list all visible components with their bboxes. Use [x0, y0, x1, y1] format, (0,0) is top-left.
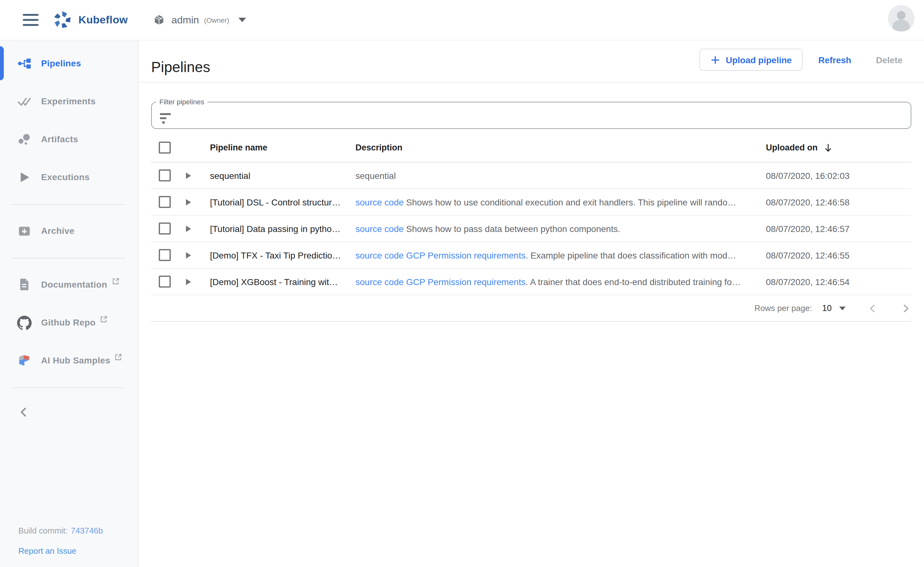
- app-window: Kubeflow admin (Owner): [0, 0, 924, 567]
- row-checkbox[interactable]: [159, 276, 171, 288]
- namespace-selector[interactable]: admin (Owner): [153, 14, 246, 26]
- expand-row-icon[interactable]: [186, 279, 191, 285]
- table-row[interactable]: [Tutorial] DSL - Control structur… sourc…: [151, 189, 911, 216]
- sidebar-item-archive[interactable]: Archive: [0, 212, 138, 250]
- kubeflow-logo[interactable]: Kubeflow: [52, 9, 128, 30]
- sidebar-item-label: Archive: [41, 226, 75, 236]
- table-row[interactable]: [Tutorial] Data passing in pytho… source…: [151, 216, 911, 242]
- page-title: Pipelines: [151, 59, 210, 76]
- sidebar-item-artifacts[interactable]: Artifacts: [0, 120, 138, 158]
- dropdown-caret-icon[interactable]: [839, 306, 846, 310]
- gcp-permission-requirements-link[interactable]: GCP Permission requirements: [404, 276, 526, 286]
- pipeline-description: sequential: [355, 170, 766, 180]
- pipeline-description: source code GCP Permission requirements.…: [355, 250, 766, 260]
- sidebar-item-experiments[interactable]: Experiments: [0, 82, 138, 120]
- sidebar-item-executions[interactable]: Executions: [0, 158, 138, 196]
- sidebar-divider: [12, 204, 125, 205]
- filter-list-icon: [160, 112, 172, 127]
- pipeline-name-link[interactable]: [Tutorial] DSL - Control structur…: [200, 197, 355, 207]
- uploaded-date: 08/07/2020, 12:46:54: [766, 276, 911, 286]
- sort-descending-icon: [823, 142, 833, 152]
- upload-pipeline-label: Upload pipeline: [726, 55, 792, 65]
- sidebar-item-label: Executions: [41, 172, 90, 182]
- prev-page-icon: [867, 303, 879, 314]
- gcp-permission-requirements-link[interactable]: GCP Permission requirements: [404, 250, 526, 260]
- pipeline-name-link[interactable]: sequential: [200, 170, 355, 180]
- pipeline-name-link[interactable]: [Tutorial] Data passing in pytho…: [200, 224, 355, 234]
- table-header-row: Pipeline name Description Uploaded on: [151, 133, 911, 162]
- sidebar-item-label: Pipelines: [41, 58, 81, 68]
- main-content: Pipelines Upload pipeline Refresh Delete: [138, 40, 924, 567]
- active-indicator: [0, 46, 4, 80]
- uploaded-date: 08/07/2020, 12:46:57: [766, 224, 911, 234]
- pipeline-description: source code Shows how to pass data betwe…: [355, 224, 766, 234]
- sidebar-item-pipelines[interactable]: Pipelines: [0, 44, 138, 82]
- next-page-icon[interactable]: [900, 303, 911, 314]
- table-row[interactable]: [Demo] XGBoost - Training wit… source co…: [151, 268, 911, 295]
- column-header-description: Description: [355, 142, 766, 152]
- row-checkbox[interactable]: [159, 170, 171, 182]
- sidebar-item-ai-hub-samples[interactable]: AI Hub Samples: [0, 341, 138, 379]
- external-link-icon: [112, 276, 119, 288]
- sidebar-item-label: Github Repo: [41, 317, 96, 327]
- namespace-package-icon: [153, 14, 165, 26]
- namespace-role: (Owner): [204, 16, 229, 24]
- delete-button: Delete: [867, 49, 911, 71]
- uploaded-date: 08/07/2020, 16:02:03: [766, 170, 911, 180]
- rows-per-page-label: Rows per page:: [754, 303, 812, 313]
- report-issue-link[interactable]: Report an Issue: [18, 540, 138, 561]
- document-icon: [17, 278, 32, 291]
- build-commit-link[interactable]: 743746b: [71, 526, 103, 535]
- pipeline-description: source code Shows how to use conditional…: [355, 197, 766, 207]
- rows-per-page-select[interactable]: 10: [822, 303, 832, 313]
- github-icon: [17, 315, 32, 330]
- dropdown-caret-icon: [239, 18, 246, 22]
- namespace-name: admin: [171, 14, 199, 26]
- menu-icon[interactable]: [23, 14, 39, 26]
- sidebar-item-label: AI Hub Samples: [41, 355, 110, 365]
- artifacts-icon: [17, 132, 32, 146]
- sidebar-item-label: Experiments: [41, 96, 96, 106]
- kubeflow-logo-icon: [52, 9, 73, 30]
- table-row[interactable]: sequential sequential 08/07/2020, 16:02:…: [151, 162, 911, 189]
- sidebar-item-github-repo[interactable]: Github Repo: [0, 303, 138, 341]
- source-code-link[interactable]: source code: [355, 250, 404, 260]
- source-code-link[interactable]: source code: [355, 276, 404, 286]
- row-checkbox[interactable]: [159, 249, 171, 261]
- collapse-sidebar-icon[interactable]: [18, 402, 138, 422]
- expand-row-icon[interactable]: [186, 252, 191, 258]
- pipeline-description: source code GCP Permission requirements.…: [355, 276, 766, 286]
- column-header-uploaded-on[interactable]: Uploaded on: [766, 142, 911, 152]
- sidebar-item-documentation[interactable]: Documentation: [0, 266, 138, 303]
- external-link-icon: [100, 314, 108, 326]
- source-code-link[interactable]: source code: [355, 224, 404, 234]
- uploaded-date: 08/07/2020, 12:46:55: [766, 250, 911, 260]
- refresh-button[interactable]: Refresh: [810, 49, 860, 71]
- external-link-icon: [115, 352, 122, 363]
- filter-pipelines-input[interactable]: Filter pipelines: [151, 98, 911, 129]
- avatar[interactable]: [888, 5, 915, 32]
- pipeline-name-link[interactable]: [Demo] XGBoost - Training wit…: [200, 276, 355, 286]
- pipeline-name-link[interactable]: [Demo] TFX - Taxi Tip Predictio…: [200, 250, 355, 260]
- source-code-link[interactable]: source code: [355, 197, 404, 207]
- column-header-pipeline-name: Pipeline name: [200, 142, 355, 152]
- sidebar-item-label: Documentation: [41, 279, 107, 290]
- filter-label: Filter pipelines: [156, 98, 207, 105]
- row-checkbox[interactable]: [159, 196, 171, 208]
- row-checkbox[interactable]: [159, 222, 171, 234]
- sidebar-item-label: Artifacts: [41, 134, 78, 144]
- sidebar: Pipelines Experiments: [0, 40, 138, 567]
- table-row[interactable]: [Demo] TFX - Taxi Tip Predictio… source …: [151, 242, 911, 268]
- app-header: Kubeflow admin (Owner): [0, 0, 924, 40]
- sidebar-footer: Build commit: 743746b Report an Issue: [0, 520, 138, 567]
- sidebar-divider: [12, 387, 125, 388]
- expand-row-icon[interactable]: [186, 225, 191, 232]
- expand-row-icon[interactable]: [186, 172, 191, 178]
- expand-row-icon[interactable]: [186, 199, 191, 205]
- uploaded-date: 08/07/2020, 12:46:58: [766, 197, 911, 207]
- upload-pipeline-button[interactable]: Upload pipeline: [699, 49, 802, 71]
- select-all-checkbox[interactable]: [159, 141, 171, 153]
- app-title: Kubeflow: [78, 14, 128, 26]
- page-toolbar: Pipelines Upload pipeline Refresh Delete: [138, 40, 924, 83]
- table-pagination: Rows per page: 10: [151, 295, 911, 322]
